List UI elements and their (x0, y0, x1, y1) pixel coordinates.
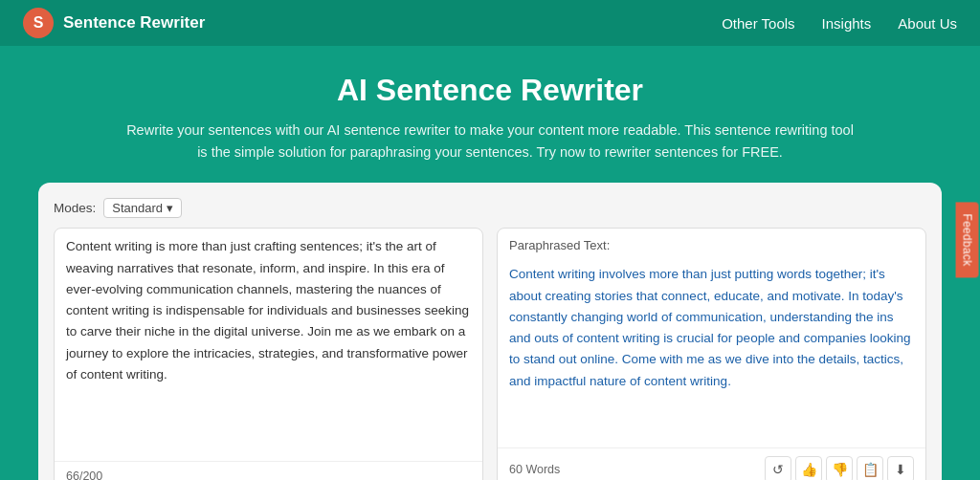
copy-btn[interactable]: 📋 (857, 456, 883, 480)
feedback-tab[interactable]: Feedback (955, 202, 978, 277)
download-btn[interactable]: ⬇ (887, 456, 914, 480)
hero-description: Rewrite your sentences with our AI sente… (126, 120, 854, 164)
panels-container: Content writing is more than just crafti… (54, 228, 926, 480)
output-word-count: 60 Words (509, 463, 560, 476)
refresh-btn[interactable]: ↺ (765, 456, 791, 480)
thumbs-down-btn[interactable]: 👎 (826, 456, 853, 480)
output-actions: ↺ 👍 👎 📋 ⬇ (765, 456, 914, 480)
main-card: Modes: Standard ▾ Content writing is mor… (38, 183, 942, 480)
output-text: Content writing involves more than just … (498, 256, 925, 447)
input-text-area[interactable]: Content writing is more than just crafti… (55, 229, 482, 461)
output-footer: 60 Words ↺ 👍 👎 📋 ⬇ (498, 447, 925, 480)
page-title: AI Sentence Rewriter (38, 73, 942, 108)
navbar: S Sentence Rewriter Other Tools Insights… (0, 0, 980, 46)
nav-insights[interactable]: Insights (822, 15, 872, 32)
output-panel: Paraphrased Text: Content writing involv… (497, 228, 926, 480)
modes-bar: Modes: Standard ▾ (54, 198, 926, 218)
hero-section: AI Sentence Rewriter Rewrite your senten… (0, 46, 980, 183)
input-footer: 66/200 (55, 461, 482, 480)
output-label: Paraphrased Text: (498, 229, 925, 256)
logo-icon: S (23, 8, 54, 38)
input-word-count: 66/200 (66, 469, 102, 480)
paraphrased-text: Content writing involves more than just … (509, 267, 911, 387)
nav-about-us[interactable]: About Us (898, 15, 957, 32)
nav-links: Other Tools Insights About Us (722, 15, 957, 32)
mode-dropdown[interactable]: Standard ▾ (103, 198, 182, 218)
thumbs-up-btn[interactable]: 👍 (795, 456, 822, 480)
logo-name: Sentence Rewriter (63, 13, 205, 33)
logo[interactable]: S Sentence Rewriter (23, 8, 722, 38)
nav-other-tools[interactable]: Other Tools (722, 15, 794, 32)
modes-label: Modes: (54, 201, 96, 215)
mode-selected-value: Standard (112, 201, 163, 215)
input-panel: Content writing is more than just crafti… (54, 228, 483, 480)
chevron-down-icon: ▾ (167, 201, 173, 215)
